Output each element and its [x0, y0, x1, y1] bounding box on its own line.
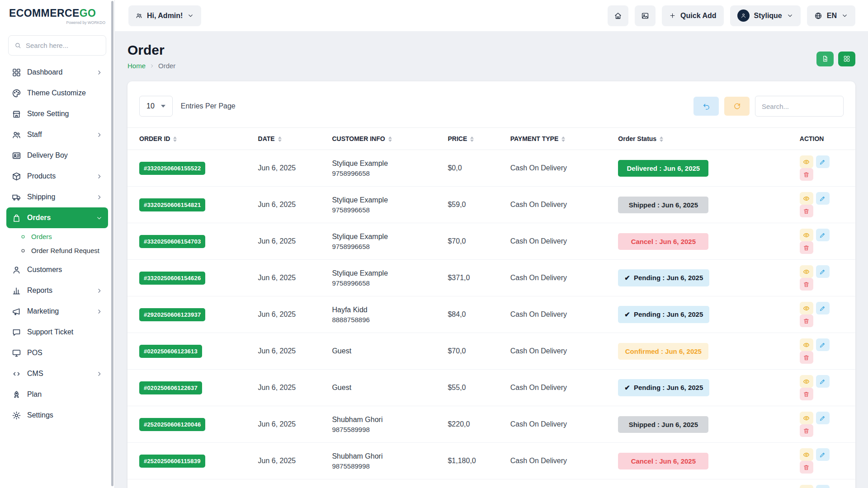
order-id-badge[interactable]: #2520250606115839 [139, 455, 205, 468]
customer-name: Guest [332, 382, 439, 393]
order-id-badge[interactable]: #020250606123613 [139, 345, 202, 358]
edit-button[interactable] [816, 155, 830, 168]
entries-per-page-select[interactable]: 10 [139, 96, 173, 117]
orders-submenu: Orders Order Refund Request [6, 228, 108, 259]
order-id-badge[interactable]: #2920250606123937 [139, 308, 205, 321]
order-id-badge[interactable]: #3320250606155522 [139, 162, 205, 175]
delete-button[interactable] [800, 241, 813, 254]
orders-card: 10 Entries Per Page [127, 81, 855, 488]
customer-phone: 9875589998 [332, 425, 439, 435]
sidebar-item-dashboard[interactable]: Dashboard [6, 62, 108, 83]
chevron-down-icon [96, 215, 103, 221]
edit-button[interactable] [816, 375, 830, 388]
home-button[interactable] [608, 5, 628, 26]
sidebar-item-delivery-boy[interactable]: Delivery Boy [6, 145, 108, 166]
order-id-badge[interactable]: #3320250606154821 [139, 198, 205, 211]
order-id-badge[interactable]: #3320250606154626 [139, 272, 205, 285]
sidebar-item-reports[interactable]: Reports [6, 280, 108, 301]
shipping-icon [12, 192, 21, 202]
sidebar-item-store-setting[interactable]: Store Setting [6, 103, 108, 124]
sidebar-scrollbar[interactable] [111, 1, 113, 486]
sidebar-search-input[interactable] [26, 42, 100, 49]
sidebar-item-orders[interactable]: Orders [6, 207, 108, 228]
table-row: #020250606122637 Jun 6, 2025 Guest $55,0… [127, 370, 855, 406]
eye-icon [803, 415, 810, 422]
view-button[interactable] [800, 448, 813, 461]
edit-button[interactable] [816, 412, 830, 424]
table-row: #020250606115641 Jun 6, 2025 Guest $140,… [127, 479, 855, 488]
delete-button[interactable] [800, 168, 813, 181]
sidebar-item-support-ticket[interactable]: Support Ticket [6, 322, 108, 343]
brand-logo[interactable]: ECOMMERCEGO Powered by WORKDO [0, 0, 114, 32]
order-id-badge[interactable]: #020250606122637 [139, 381, 202, 394]
column-header-order-id[interactable]: ORDER ID [127, 128, 254, 150]
quick-add-button[interactable]: Quick Add [662, 5, 723, 26]
status-badge: Pending : Jun 6, 2025 [618, 269, 709, 286]
refresh-icon [733, 103, 741, 110]
sidebar-item-plan[interactable]: Plan [6, 384, 108, 405]
view-button[interactable] [800, 375, 813, 388]
view-button[interactable] [800, 485, 813, 488]
sidebar-item-customers[interactable]: Customers [6, 259, 108, 280]
breadcrumb-home-link[interactable]: Home [127, 62, 146, 70]
sidebar-item-pos[interactable]: POS [6, 343, 108, 363]
submenu-item-orders[interactable]: Orders [17, 230, 108, 244]
view-button[interactable] [800, 302, 813, 314]
sidebar-item-cms[interactable]: CMS [6, 363, 108, 384]
submenu-item-order-refund-request[interactable]: Order Refund Request [17, 244, 108, 258]
column-header-payment-type[interactable]: PAYMENT TYPE [506, 128, 614, 150]
delete-button[interactable] [800, 424, 813, 437]
view-button[interactable] [800, 412, 813, 424]
gallery-button[interactable] [635, 5, 656, 26]
table-search-input[interactable] [755, 96, 844, 117]
delete-button[interactable] [800, 278, 813, 291]
refresh-button[interactable] [724, 97, 750, 116]
language-button[interactable]: EN [807, 5, 855, 26]
pencil-icon [819, 195, 826, 202]
edit-button[interactable] [816, 302, 830, 314]
export-button[interactable] [816, 52, 834, 66]
edit-button[interactable] [816, 448, 830, 461]
sidebar-item-settings[interactable]: Settings [6, 405, 108, 426]
table-row: #2520250606115839 Jun 6, 2025 Shubham Gh… [127, 443, 855, 479]
edit-button[interactable] [816, 265, 830, 278]
delete-button[interactable] [800, 388, 813, 400]
undo-button[interactable] [693, 97, 719, 116]
edit-button[interactable] [816, 192, 830, 205]
sidebar-item-marketing[interactable]: Marketing [6, 301, 108, 322]
plus-icon [669, 12, 676, 19]
sidebar-item-products[interactable]: Products [6, 166, 108, 187]
view-button[interactable] [800, 155, 813, 168]
delete-button[interactable] [800, 205, 813, 217]
view-button[interactable] [800, 229, 813, 241]
chevron-right-icon [96, 131, 103, 138]
store-switcher-button[interactable]: Stylique [730, 5, 801, 26]
edit-button[interactable] [816, 485, 830, 488]
sidebar-item-shipping[interactable]: Shipping [6, 187, 108, 207]
table-row: #2520250606120046 Jun 6, 2025 Shubham Gh… [127, 406, 855, 443]
delete-button[interactable] [800, 351, 813, 364]
order-id-badge[interactable]: #3320250606154703 [139, 235, 205, 248]
column-header-date[interactable]: DATE [254, 128, 328, 150]
column-header-customer-info[interactable]: CUSTOMER INFO [327, 128, 443, 150]
edit-button[interactable] [816, 338, 830, 351]
grid-view-button[interactable] [838, 52, 855, 66]
order-price: $140,0 [443, 479, 505, 488]
column-header-price[interactable]: PRICE [443, 128, 505, 150]
column-header-order-status[interactable]: Order Status [613, 128, 795, 150]
view-button[interactable] [800, 338, 813, 351]
settings-icon [12, 411, 21, 420]
brand-tagline: Powered by WORKDO [9, 20, 105, 25]
order-price: $70,0 [443, 333, 505, 370]
view-button[interactable] [800, 265, 813, 278]
edit-button[interactable] [816, 229, 830, 241]
delete-button[interactable] [800, 461, 813, 474]
sidebar-item-theme-customize[interactable]: Theme Customize [6, 83, 108, 103]
admin-users-icon [136, 12, 142, 19]
view-button[interactable] [800, 192, 813, 205]
sidebar-item-staff[interactable]: Staff [6, 124, 108, 145]
delete-button[interactable] [800, 314, 813, 327]
sort-icon [173, 136, 177, 142]
admin-menu-button[interactable]: Hi, Admin! [128, 5, 201, 26]
order-id-badge[interactable]: #2520250606120046 [139, 418, 205, 431]
